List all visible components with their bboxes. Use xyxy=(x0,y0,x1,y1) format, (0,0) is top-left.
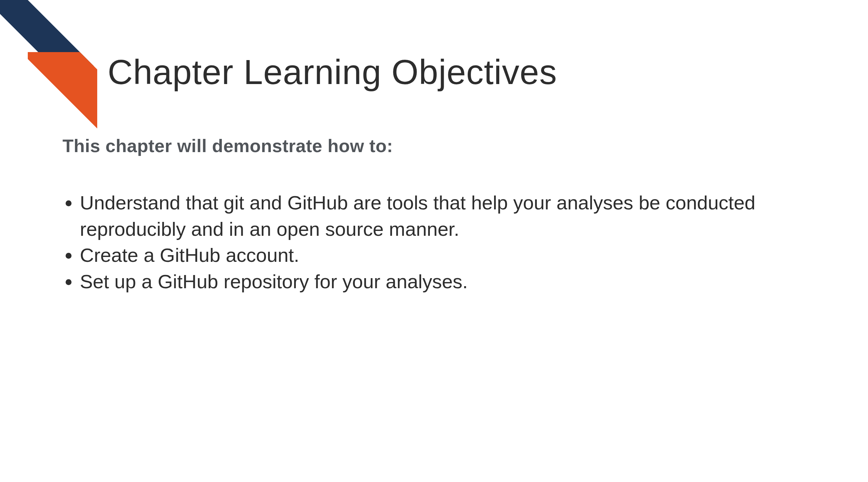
slide-title: Chapter Learning Objectives xyxy=(108,52,557,92)
svg-marker-1 xyxy=(28,52,97,128)
objective-item: Create a GitHub account. xyxy=(80,242,819,268)
objective-item: Understand that git and GitHub are tools… xyxy=(80,190,819,242)
svg-marker-0 xyxy=(0,0,94,108)
objective-item: Set up a GitHub repository for your anal… xyxy=(80,268,819,295)
objectives-list: Understand that git and GitHub are tools… xyxy=(61,190,819,294)
slide-subtitle: This chapter will demonstrate how to: xyxy=(62,135,393,156)
